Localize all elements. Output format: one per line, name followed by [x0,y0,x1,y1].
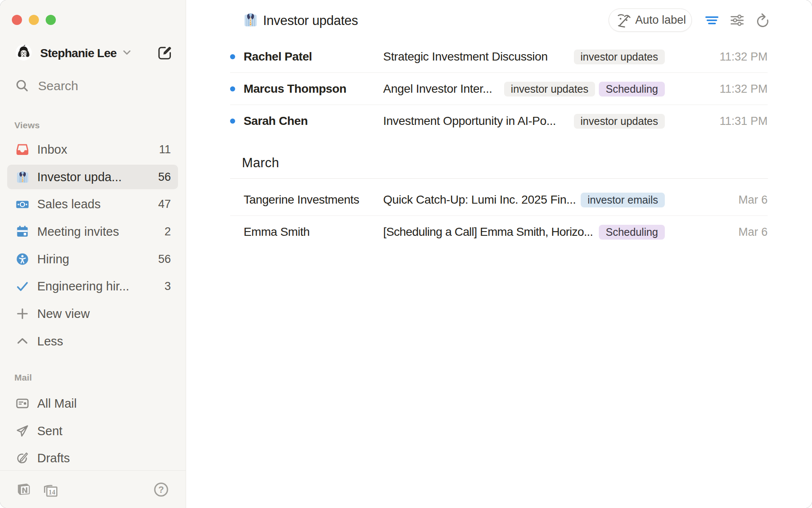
svg-text:14: 14 [49,489,55,496]
svg-text:?: ? [158,484,164,495]
